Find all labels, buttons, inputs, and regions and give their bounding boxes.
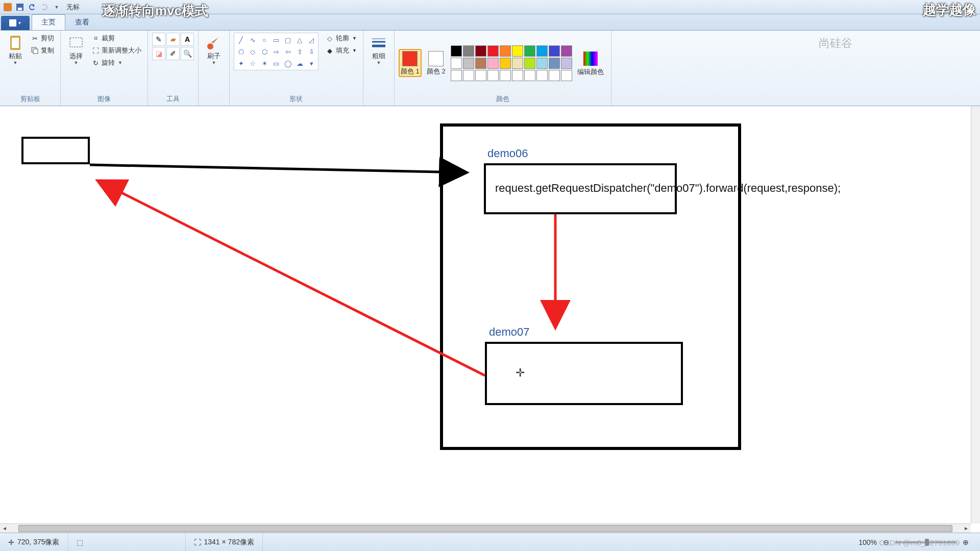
status-zoom: 100% ⊖ ⊕ — [850, 533, 980, 551]
outline-button[interactable]: ◇轮廓▼ — [324, 33, 359, 44]
shapes-gallery[interactable]: ╱ ∿ ○ ▭ ▢ △ ◿ ⬠ ◇ ⬡ ⇨ ⇦ ⇧ ⇩ ✦ ☆ ✶ ▭ ◯ ☁ — [234, 33, 318, 70]
scroll-thumb[interactable] — [18, 525, 952, 532]
shape-curve[interactable]: ∿ — [247, 34, 258, 45]
shape-rect[interactable]: ▭ — [271, 34, 282, 45]
shape-oval[interactable]: ○ — [259, 34, 270, 45]
palette-swatch[interactable] — [512, 58, 523, 69]
pencil-tool[interactable]: ✎ — [152, 33, 165, 46]
palette-swatch[interactable] — [524, 58, 535, 69]
redo-icon[interactable] — [39, 2, 50, 13]
palette-swatch[interactable] — [463, 58, 474, 69]
palette-swatch[interactable] — [451, 45, 462, 57]
rotate-button[interactable]: ↻旋转▼ — [89, 57, 143, 68]
palette-swatch[interactable] — [536, 58, 548, 69]
palette-swatch[interactable] — [463, 45, 474, 57]
palette-swatch[interactable] — [451, 70, 462, 81]
text-tool[interactable]: A — [181, 33, 194, 46]
magnify-tool[interactable]: 🔍 — [181, 47, 194, 60]
palette-swatch[interactable] — [536, 45, 548, 57]
file-menu-button[interactable]: ▼ — [1, 16, 30, 30]
brush-button[interactable]: 刷子 ▼ — [203, 33, 225, 67]
scroll-right-icon[interactable]: ► — [962, 524, 971, 533]
cut-button[interactable]: ✂剪切 — [29, 33, 56, 44]
shape-diamond[interactable]: ◇ — [247, 46, 258, 57]
palette-swatch[interactable] — [487, 45, 499, 57]
shape-star4[interactable]: ✦ — [235, 58, 247, 69]
eraser-tool[interactable]: ◪ — [152, 47, 165, 60]
zoom-in-button[interactable]: ⊕ — [963, 538, 969, 546]
shape-star6[interactable]: ✶ — [259, 58, 270, 69]
svg-point-8 — [207, 43, 213, 49]
color-palette[interactable] — [451, 45, 572, 81]
svg-rect-12 — [583, 52, 598, 66]
shape-star5[interactable]: ☆ — [247, 58, 258, 69]
horizontal-scrollbar[interactable]: ◄ ► — [0, 523, 971, 533]
stroke-button[interactable]: 粗细 ▼ — [368, 33, 390, 67]
palette-swatch[interactable] — [561, 70, 572, 81]
palette-swatch[interactable] — [475, 70, 486, 81]
shape-callout-rect[interactable]: ▭ — [271, 58, 282, 69]
palette-swatch[interactable] — [524, 45, 535, 57]
color2-swatch — [428, 51, 444, 66]
fill-button[interactable]: ◆填充▼ — [324, 45, 359, 56]
palette-swatch[interactable] — [500, 58, 511, 69]
tools-group-label: 工具 — [152, 93, 194, 105]
palette-swatch[interactable] — [487, 70, 499, 81]
shapes-group-label: 形状 — [234, 93, 359, 105]
palette-swatch[interactable] — [549, 70, 560, 81]
shape-triangle[interactable]: △ — [294, 34, 305, 45]
shape-hexagon[interactable]: ⬡ — [259, 46, 270, 57]
palette-swatch[interactable] — [500, 45, 511, 57]
palette-swatch[interactable] — [536, 70, 548, 81]
vertical-scrollbar[interactable] — [971, 106, 980, 523]
palette-swatch[interactable] — [549, 45, 560, 57]
palette-swatch[interactable] — [475, 45, 486, 57]
paste-button[interactable]: 粘贴 ▼ — [4, 33, 27, 67]
palette-swatch[interactable] — [549, 58, 560, 69]
picker-tool[interactable]: ✐ — [166, 47, 180, 60]
shape-arrow-up[interactable]: ⇧ — [294, 46, 305, 57]
shape-polygon[interactable]: ⬠ — [235, 46, 247, 57]
shape-callout-cloud[interactable]: ☁ — [294, 58, 305, 69]
color1-button[interactable]: 颜色 1 — [399, 49, 422, 78]
palette-swatch[interactable] — [487, 58, 499, 69]
zoom-slider[interactable] — [895, 541, 957, 543]
shape-right-triangle[interactable]: ◿ — [306, 34, 317, 45]
color2-button[interactable]: 颜色 2 — [424, 49, 449, 78]
save-icon[interactable] — [14, 2, 26, 13]
app-icon[interactable] — [2, 2, 13, 13]
shape-roundrect[interactable]: ▢ — [282, 34, 293, 45]
palette-swatch[interactable] — [512, 45, 523, 57]
tab-home[interactable]: 主页 — [32, 14, 65, 30]
undo-icon[interactable] — [27, 2, 38, 13]
select-button[interactable]: 选择 ▼ — [65, 33, 87, 67]
palette-swatch[interactable] — [451, 58, 462, 69]
palette-swatch[interactable] — [475, 58, 486, 69]
resize-button[interactable]: ⛶重新调整大小 — [89, 45, 143, 56]
shape-line[interactable]: ╱ — [235, 34, 247, 45]
clipboard-group-label: 剪贴板 — [4, 93, 56, 105]
scroll-left-icon[interactable]: ◄ — [0, 524, 9, 533]
copy-button[interactable]: 复制 — [29, 45, 56, 56]
palette-swatch[interactable] — [561, 58, 572, 69]
shape-more[interactable]: ▾ — [306, 58, 317, 69]
status-dimensions: ⛶ 1341 × 782像素 — [186, 533, 263, 551]
palette-swatch[interactable] — [524, 70, 535, 81]
shape-arrow-down[interactable]: ⇩ — [306, 46, 317, 57]
palette-swatch[interactable] — [512, 70, 523, 81]
palette-swatch[interactable] — [561, 45, 572, 57]
palette-swatch[interactable] — [463, 70, 474, 81]
palette-swatch[interactable] — [500, 70, 511, 81]
crop-button[interactable]: ⌗裁剪 — [89, 33, 143, 44]
qat-dropdown-icon[interactable]: ▼ — [51, 2, 62, 13]
shape-arrow-right[interactable]: ⇨ — [271, 46, 282, 57]
shape-callout-oval[interactable]: ◯ — [282, 58, 293, 69]
canvas-content[interactable]: demo06 request.getRequestDispatcher("dem… — [0, 106, 970, 514]
canvas-area[interactable]: demo06 request.getRequestDispatcher("dem… — [0, 106, 980, 533]
svg-line-15 — [100, 182, 485, 375]
shape-arrow-left[interactable]: ⇦ — [282, 46, 293, 57]
tab-view[interactable]: 查看 — [65, 14, 99, 30]
edit-colors-button[interactable]: 编辑颜色 — [574, 48, 607, 78]
bucket-tool[interactable]: ▰ — [166, 33, 180, 46]
zoom-out-button[interactable]: ⊖ — [883, 538, 889, 546]
